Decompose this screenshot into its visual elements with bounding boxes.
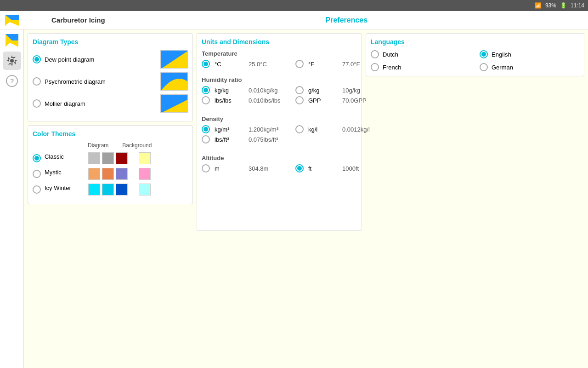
altitude-title: Altitude <box>202 155 357 161</box>
kg-kg-value: 0.010kg/kg <box>249 87 290 94</box>
radio-mollier[interactable] <box>33 99 41 108</box>
german-label: German <box>492 64 513 71</box>
wifi-icon: 📶 <box>535 2 542 9</box>
celsius-value: 25.0°C <box>249 61 290 68</box>
units-row-celsius: °C 25.0°C <box>202 60 290 68</box>
clock: 11:14 <box>571 2 584 9</box>
background-header-label: Background <box>122 142 152 149</box>
kg-m3-label: kg/m³ <box>215 126 247 133</box>
classic-bg-swatch <box>139 152 151 164</box>
status-bar: 📶 93% 🔋 11:14 <box>0 0 588 11</box>
app-title: Carburetor Icing <box>24 16 105 24</box>
languages-panel: Languages Dutch English French <box>366 33 584 76</box>
radio-inner-kg-m3 <box>204 127 208 132</box>
classic-swatches <box>88 152 128 164</box>
radio-french[interactable] <box>371 63 379 71</box>
dew-point-label: Dew point diagram <box>45 56 160 63</box>
temperature-title: Temperature <box>202 50 357 57</box>
mollier-thumb <box>160 94 188 113</box>
kg-m3-value: 1.200kg/m³ <box>249 126 290 133</box>
theme-row-classic: Classic <box>33 152 188 164</box>
radio-mystic[interactable] <box>33 170 41 178</box>
languages-title: Languages <box>371 38 579 46</box>
radio-psychrometric[interactable] <box>33 77 41 86</box>
icy-winter-swatch-2 <box>116 184 128 196</box>
lbs-ft3-label: lbs/ft³ <box>215 136 247 143</box>
lbs-lbs-value: 0.010lbs/lbs <box>249 97 290 104</box>
humidity-title: Humidity ratio <box>202 76 357 83</box>
radio-kg-kg[interactable] <box>202 86 210 94</box>
french-label: French <box>383 64 401 71</box>
dew-point-thumb <box>160 50 188 69</box>
sidebar-help-button[interactable]: ? <box>3 72 21 90</box>
radio-icy-winter[interactable] <box>33 185 41 194</box>
psychrometric-thumb <box>160 72 188 91</box>
lbs-lbs-label: lbs/lbs <box>215 97 247 104</box>
classic-swatch-0 <box>88 152 100 164</box>
icy-winter-swatches <box>88 184 128 196</box>
right-panel: Languages Dutch English French <box>366 33 584 364</box>
psychrometric-label: Psychrometric diagram <box>45 78 160 85</box>
sidebar: ? <box>0 29 24 368</box>
radio-gpp[interactable] <box>295 96 304 104</box>
diagram-row-psychrometric: Psychrometric diagram <box>33 72 188 91</box>
units-title: Units and Dimensions <box>202 38 357 46</box>
sidebar-chart-button[interactable] <box>3 31 21 50</box>
preferences-title: Preferences <box>105 16 588 24</box>
kg-l-label: kg/l <box>308 126 340 133</box>
radio-inner-dew-point <box>34 57 39 62</box>
diagram-types-title: Diagram Types <box>33 38 188 46</box>
lang-item-german: German <box>480 63 579 71</box>
units-row-kg-m3: kg/m³ 1.200kg/m³ <box>202 125 290 133</box>
radio-lbs-ft3[interactable] <box>202 135 210 144</box>
units-row-kg-kg: kg/kg 0.010kg/kg <box>202 86 290 94</box>
classic-swatch-2 <box>116 152 128 164</box>
mystic-label: Mystic <box>45 169 88 176</box>
lang-item-english: English <box>480 50 579 58</box>
radio-ft[interactable] <box>295 164 304 172</box>
g-kg-label: g/kg <box>308 87 340 94</box>
radio-dew-point[interactable] <box>33 55 41 63</box>
radio-dutch[interactable] <box>371 50 379 58</box>
radio-kg-m3[interactable] <box>202 125 210 133</box>
m-label: m <box>215 165 247 172</box>
diagram-types-panel: Diagram Types Dew point diagram Psychrom… <box>28 33 193 121</box>
radio-celsius[interactable] <box>202 60 210 68</box>
radio-fahrenheit[interactable] <box>295 60 304 68</box>
diagram-header-label: Diagram <box>88 142 108 149</box>
radio-classic[interactable] <box>33 154 41 162</box>
radio-inner-celsius <box>204 62 208 66</box>
radio-lbs-lbs[interactable] <box>202 96 210 104</box>
radio-inner-english <box>481 52 486 57</box>
sidebar-settings-button[interactable] <box>3 52 21 70</box>
celsius-label: °C <box>215 61 247 68</box>
radio-m[interactable] <box>202 164 210 172</box>
fahrenheit-label: °F <box>308 61 340 68</box>
battery-icon: 🔋 <box>560 2 567 9</box>
m-value: 304.8m <box>249 165 290 172</box>
english-label: English <box>492 51 511 58</box>
icy-winter-bg-swatch <box>139 184 151 196</box>
mystic-swatch-1 <box>102 168 114 180</box>
units-row-m: m 304.8m <box>202 164 290 172</box>
title-bar: Carburetor Icing Preferences <box>0 11 588 29</box>
mystic-swatch-2 <box>116 168 128 180</box>
radio-kg-l[interactable] <box>295 125 304 133</box>
color-themes-title: Color Themes <box>33 130 188 138</box>
svg-text:?: ? <box>10 77 14 85</box>
languages-grid: Dutch English French German <box>371 50 579 71</box>
icy-winter-swatch-0 <box>88 184 100 196</box>
ft-label: ft <box>308 165 340 172</box>
radio-english[interactable] <box>480 50 488 58</box>
battery-level: 93% <box>545 2 556 9</box>
classic-label: Classic <box>45 153 88 160</box>
mystic-swatches <box>88 168 128 180</box>
radio-g-kg[interactable] <box>295 86 304 94</box>
svg-point-6 <box>10 59 14 63</box>
diagram-row-mollier: Mollier diagram <box>33 94 188 113</box>
gpp-label: GPP <box>308 97 340 104</box>
radio-german[interactable] <box>480 63 488 71</box>
units-panel-inner: Units and Dimensions Temperature °C 25.0… <box>197 33 362 231</box>
density-title: Density <box>202 115 357 122</box>
left-panel: Diagram Types Dew point diagram Psychrom… <box>28 33 193 364</box>
